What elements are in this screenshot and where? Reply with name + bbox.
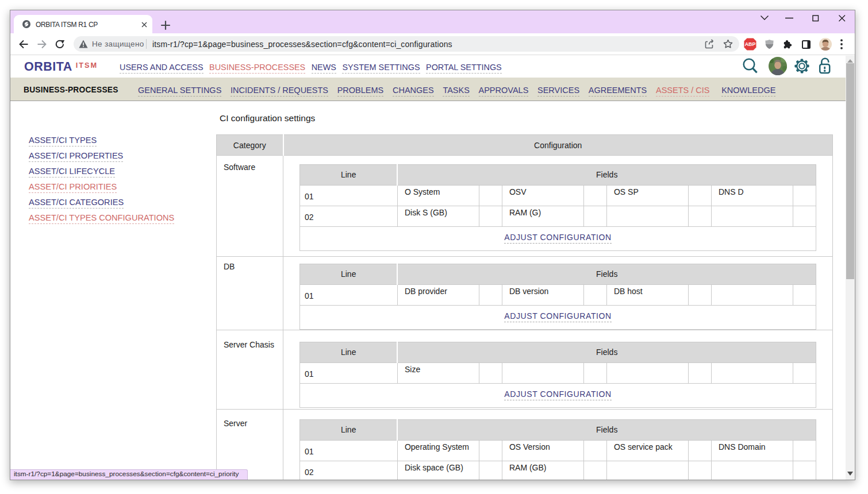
svg-text:ABP: ABP — [745, 41, 756, 47]
